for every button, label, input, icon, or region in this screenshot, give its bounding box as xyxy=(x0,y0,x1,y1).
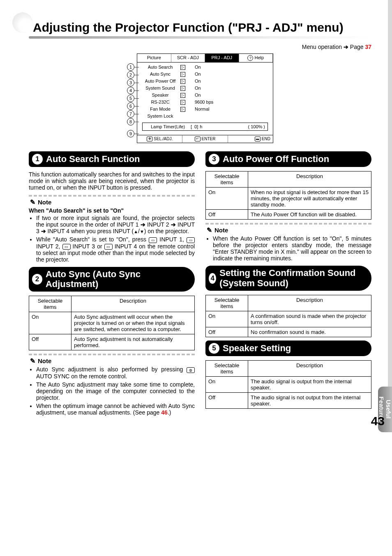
help-icon: ? xyxy=(247,55,253,61)
menu-operation-ref: Menu operation ➔ Page 37 xyxy=(29,44,371,50)
note-label: Note xyxy=(38,357,51,364)
osd-row-label: System Sound xyxy=(141,86,180,90)
section-number: 1 xyxy=(32,154,43,164)
marker-2: 2 xyxy=(127,71,134,79)
text-run: While "Auto Search" is set to "On", pres… xyxy=(36,236,149,243)
table-cell: On xyxy=(29,312,71,334)
table-cell: Off xyxy=(29,334,71,350)
note-bold-line: When "Auto Search" is set to "On" xyxy=(29,207,195,214)
osd-tab-scr-adj: SCR - ADJ xyxy=(171,54,205,62)
table-header: Selectable items xyxy=(206,360,248,376)
note-bullet: Auto Sync adjustment is also performed b… xyxy=(36,366,195,379)
section-title: Setting the Confirmation Sound (System S… xyxy=(219,268,366,288)
osd-window: Picture SCR - ADJ PRJ - ADJ ?Help Auto S… xyxy=(137,53,273,143)
page-title: Adjusting the Projector Function ("PRJ -… xyxy=(29,21,371,35)
osd-tab-picture: Picture xyxy=(137,54,171,62)
table-header: Selectable items xyxy=(206,171,248,188)
osd-tab-help-label: Help xyxy=(254,55,264,60)
text-run: INPUT 1, xyxy=(159,236,187,243)
section-header-auto-power-off: 3 Auto Power Off Function xyxy=(205,151,371,167)
note-bullet: When the optimum image cannot be achieve… xyxy=(36,403,195,416)
table-cell: Auto Sync adjustment is not automaticall… xyxy=(71,334,195,350)
text-run: ) on the projector. xyxy=(144,228,189,234)
arrow-right-box-icon: ▷ xyxy=(180,78,186,84)
osd-row-label: Speaker xyxy=(141,93,180,97)
section-1-paragraph: This function automatically searches for… xyxy=(29,171,195,191)
dashed-rule xyxy=(205,223,371,225)
note-header: ✎ Note xyxy=(205,226,371,234)
section-title: Auto Sync (Auto Sync Adjustment) xyxy=(46,269,189,289)
table-cell: A confirmation sound is made when the pr… xyxy=(248,311,371,327)
table-header: Description xyxy=(248,171,371,188)
osd-foot-end: END xyxy=(262,137,270,141)
note-icon: ✎ xyxy=(29,198,36,206)
arrow-right-icon: ➔ xyxy=(141,221,145,228)
note-header: ✎ Note xyxy=(29,198,195,206)
osd-row-value: 9600 bps xyxy=(186,100,213,104)
arrow-right-box-icon: ▷ xyxy=(180,99,186,105)
table-cell: When no input signal is detected for mor… xyxy=(248,188,371,210)
arrow-right-box-icon: ▷ xyxy=(180,106,186,112)
osd-row-markers: 1 2 3 4 5 6 7 8 9 xyxy=(127,53,134,138)
osd-row-value: On xyxy=(186,72,201,76)
dashed-rule xyxy=(29,354,195,355)
corner-ornament xyxy=(12,12,33,33)
table-header: Selectable items xyxy=(206,295,248,311)
table-cell: The audio signal is not output from the … xyxy=(248,392,371,408)
osd-foot-sel: SEL./ADJ. xyxy=(154,137,173,141)
note-bullet: If two or more input signals are found, … xyxy=(36,215,195,234)
text-run: Auto Sync adjustment is also performed b… xyxy=(36,366,187,373)
osd-lamp-label: Lamp Timer(Life) xyxy=(145,124,191,129)
osd-tab-help: ?Help xyxy=(239,54,273,62)
remote-button-icon: ▭ xyxy=(104,244,113,250)
note-label: Note xyxy=(214,227,228,234)
table-cell: Off xyxy=(206,392,248,408)
osd-lamp-pct: 100% xyxy=(251,124,262,129)
section-number: 4 xyxy=(209,273,216,284)
arrow-right-icon: ➔ xyxy=(344,44,350,50)
osd-row-label: Auto Power Off xyxy=(141,79,180,83)
text-run: INPUT 4 when you press INPUT ( xyxy=(48,228,134,234)
table-cell: On xyxy=(206,376,248,392)
section-number: 3 xyxy=(209,154,219,164)
marker-4: 4 xyxy=(127,87,134,94)
note-bullet: While "Auto Search" is set to "On", pres… xyxy=(36,236,195,263)
table-header: Selectable items xyxy=(29,296,71,312)
table-cell: Off xyxy=(206,210,248,220)
marker-8: 8 xyxy=(127,118,134,125)
menu-operation-page-number: 37 xyxy=(365,44,371,50)
osd-row-value: On xyxy=(186,79,201,83)
down-triangle-icon: ▼ xyxy=(140,229,144,234)
remote-button-icon: ▭ xyxy=(62,244,71,250)
text-run: INPUT 2 xyxy=(147,221,171,228)
marker-7: 7 xyxy=(127,110,134,118)
osd-row-value: On xyxy=(186,93,201,97)
osd-row-label: RS-232C xyxy=(141,100,180,104)
table-header: Description xyxy=(248,360,371,376)
text-run: INPUT 3 or xyxy=(73,243,104,250)
osd-row-label: Auto Search xyxy=(141,65,180,70)
note-icon: ✎ xyxy=(205,226,213,234)
auto-sync-table: Selectable itemsDescription OnAuto Sync … xyxy=(29,296,195,350)
page-ref: 46 xyxy=(161,409,168,416)
osd-tab-prj-adj: PRJ - ADJ xyxy=(205,54,239,62)
note-bullet: When the Auto Power Off function is set … xyxy=(213,235,371,262)
osd-row-value: On xyxy=(186,86,201,90)
osd-foot-enter: ENTER xyxy=(202,137,216,141)
table-cell: The Auto Power Off function will be disa… xyxy=(248,210,371,220)
marker-3: 3 xyxy=(127,79,134,86)
up-triangle-icon: ▲ xyxy=(134,229,138,234)
section-number: 2 xyxy=(32,274,42,285)
arrow-right-box-icon: ▷ xyxy=(180,85,186,91)
system-sound-table: Selectable itemsDescription OnA confirma… xyxy=(205,295,371,337)
section-number: 5 xyxy=(209,343,219,354)
note-label: Note xyxy=(38,199,51,206)
dashed-rule xyxy=(29,195,195,197)
menu-operation-page-word: Page xyxy=(350,44,364,50)
section-title: Speaker Setting xyxy=(223,343,291,353)
note-icon: ✎ xyxy=(29,357,36,364)
section-header-system-sound: 4 Setting the Confirmation Sound (System… xyxy=(205,266,371,290)
section-title: Auto Search Function xyxy=(46,154,140,164)
section-title: Auto Power Off Function xyxy=(223,154,329,164)
menu-operation-label: Menu operation xyxy=(302,44,342,50)
